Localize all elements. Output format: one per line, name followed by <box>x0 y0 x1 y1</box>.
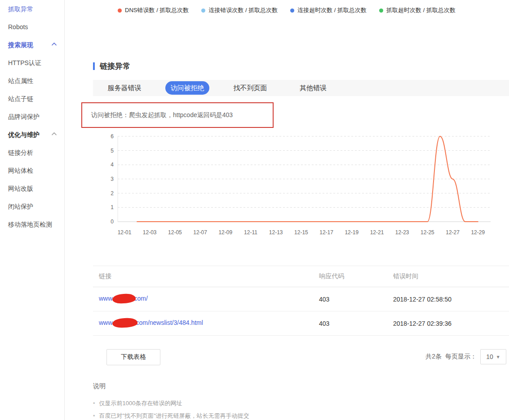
legend-item-dns-error[interactable]: DNS错误数 / 抓取总次数 <box>118 6 189 14</box>
note-item: 百度已对"找不到页面"进行死链屏蔽，站长无需再手动提交 <box>93 412 249 420</box>
y-axis-label: 5 <box>111 148 114 154</box>
tab-access-denied[interactable]: 访问被拒绝 <box>165 81 209 95</box>
sidebar-item-brand-protection[interactable]: 品牌词保护 <box>0 108 64 126</box>
sidebar-group-label: 优化与维护 <box>8 131 40 138</box>
legend-item-crawl-timeout[interactable]: 抓取超时次数 / 抓取总次数 <box>379 6 456 14</box>
table-row: www.com/newslist/3/484.html 403 2018-12-… <box>93 311 509 336</box>
x-axis-label: 12-19 <box>345 229 359 236</box>
page: 抓取异常 Robots 搜索展现 HTTPS认证 站点属性 站点子链 品牌词保护… <box>0 0 509 420</box>
accent-bar <box>93 62 95 70</box>
chevron-up-icon[interactable] <box>51 132 57 136</box>
y-axis-label: 1 <box>111 204 114 210</box>
annotation-box: 访问被拒绝：爬虫发起抓取，httpcode返回码是403 <box>81 102 274 128</box>
error-table: 链接 响应代码 错误时间 www.com/ 403 2018-12-27 02:… <box>93 266 509 336</box>
x-axis-label: 12-13 <box>269 229 283 236</box>
tab-page-not-found[interactable]: 找不到页面 <box>219 84 282 92</box>
legend-label: 抓取超时次数 / 抓取总次数 <box>386 6 456 14</box>
main-content: DNS错误数 / 抓取总次数 连接错误次数 / 抓取总次数 连接超时次数 / 抓… <box>64 0 509 420</box>
url-text: com/newslist/3/484.html <box>136 319 203 326</box>
legend-item-connect-timeout[interactable]: 连接超时次数 / 抓取总次数 <box>290 6 367 14</box>
sidebar-item-site-revision[interactable]: 网站改版 <box>0 179 64 197</box>
x-axis-label: 12-25 <box>420 229 434 236</box>
sidebar-item-https[interactable]: HTTPS认证 <box>0 54 64 72</box>
legend-label: DNS错误数 / 抓取总次数 <box>125 6 189 14</box>
x-axis-label: 12-05 <box>168 229 182 236</box>
legend-dot-icon <box>379 9 383 13</box>
page-size-select[interactable]: 10 ▼ <box>480 349 506 364</box>
chart-legend: DNS错误数 / 抓取总次数 连接错误次数 / 抓取总次数 连接超时次数 / 抓… <box>64 6 509 14</box>
column-header-error-time: 错误时间 <box>393 272 509 280</box>
legend-dot-icon <box>201 9 205 13</box>
sidebar-item-label: 品牌词保护 <box>8 113 40 120</box>
sidebar-group-optimize-maintain[interactable]: 优化与维护 <box>0 126 64 144</box>
legend-dot-icon <box>118 9 122 13</box>
response-code: 403 <box>319 320 393 327</box>
page-title: 链接异常 <box>100 61 130 71</box>
error-time: 2018-12-27 02:39:36 <box>393 320 509 327</box>
url-text: www. <box>99 319 114 326</box>
sidebar-item-crawl-exception[interactable]: 抓取异常 <box>0 0 64 18</box>
series-line <box>137 136 478 222</box>
pagination: 共2条 每页显示： 10 ▼ <box>425 349 506 364</box>
legend-item-connect-error[interactable]: 连接错误次数 / 抓取总次数 <box>201 6 278 14</box>
error-url-link[interactable]: www.com/newslist/3/484.html <box>99 319 203 326</box>
url-text: www. <box>99 295 114 302</box>
redaction-scribble <box>112 318 138 328</box>
note-item: 仅显示前1000条存在错误的网址 <box>93 399 182 407</box>
sidebar: 抓取异常 Robots 搜索展现 HTTPS认证 站点属性 站点子链 品牌词保护… <box>0 0 65 420</box>
x-axis-label: 12-15 <box>294 229 308 236</box>
y-axis-label: 2 <box>111 190 114 197</box>
sidebar-item-site-checkup[interactable]: 网站体检 <box>0 162 64 179</box>
sidebar-group-label: 搜索展现 <box>8 41 33 48</box>
x-axis-label: 12-07 <box>193 229 207 236</box>
sidebar-item-label: 抓取异常 <box>8 5 33 13</box>
column-header-link: 链接 <box>93 272 319 280</box>
notes-title: 说明 <box>93 382 106 390</box>
table-header-row: 链接 响应代码 错误时间 <box>93 266 509 287</box>
sidebar-item-label: HTTPS认证 <box>8 59 41 66</box>
response-code: 403 <box>319 296 393 303</box>
x-axis-label: 12-11 <box>244 229 257 236</box>
sidebar-item-label: 网站体检 <box>8 167 33 174</box>
annotation-text: 访问被拒绝：爬虫发起抓取，httpcode返回码是403 <box>82 111 233 119</box>
y-axis-label: 4 <box>111 162 114 168</box>
section-title: 链接异常 <box>93 61 130 71</box>
tab-other-error[interactable]: 其他错误 <box>282 84 345 92</box>
chevron-down-icon: ▼ <box>496 354 500 359</box>
x-axis-label: 12-27 <box>446 229 460 236</box>
redaction-scribble <box>112 293 136 304</box>
y-axis-label: 6 <box>111 133 114 140</box>
tab-server-error[interactable]: 服务器错误 <box>93 84 156 92</box>
chevron-up-icon[interactable] <box>51 42 57 46</box>
x-axis-label: 12-09 <box>218 229 232 236</box>
sidebar-item-label: 移动落地页检测 <box>8 221 52 228</box>
trend-chart-svg: 012345612-0112-0312-0512-0712-0912-1112-… <box>104 130 500 242</box>
sidebar-item-label: 链接分析 <box>8 149 33 156</box>
legend-label: 连接超时次数 / 抓取总次数 <box>297 6 367 14</box>
x-axis-label: 12-01 <box>118 229 132 236</box>
sidebar-item-site-closure[interactable]: 闭站保护 <box>0 197 64 215</box>
sidebar-item-label: 闭站保护 <box>8 203 33 210</box>
error-type-tabs: 服务器错误 访问被拒绝 找不到页面 其他错误 <box>93 80 509 96</box>
sidebar-group-search-display[interactable]: 搜索展现 <box>0 36 64 54</box>
download-table-button[interactable]: 下载表格 <box>106 349 160 365</box>
x-axis-label: 12-23 <box>395 229 409 236</box>
x-axis-label: 12-29 <box>471 229 485 236</box>
total-count-label: 共2条 <box>425 353 442 361</box>
per-page-label: 每页显示： <box>445 353 477 361</box>
trend-chart: 012345612-0112-0312-0512-0712-0912-1112-… <box>104 130 500 242</box>
sidebar-item-robots[interactable]: Robots <box>0 18 64 36</box>
sidebar-item-site-property[interactable]: 站点属性 <box>0 72 64 90</box>
sidebar-item-site-sublink[interactable]: 站点子链 <box>0 90 64 108</box>
x-axis-label: 12-21 <box>370 229 384 236</box>
page-size-value: 10 <box>486 353 493 360</box>
column-header-response-code: 响应代码 <box>319 272 393 280</box>
sidebar-item-label: 站点属性 <box>8 77 33 84</box>
error-url-link[interactable]: www.com/ <box>99 295 148 302</box>
sidebar-item-mobile-landing-check[interactable]: 移动落地页检测 <box>0 215 64 233</box>
sidebar-item-link-analysis[interactable]: 链接分析 <box>0 144 64 162</box>
sidebar-item-label: 网站改版 <box>8 185 33 192</box>
y-axis-label: 0 <box>111 219 114 225</box>
x-axis-label: 12-17 <box>319 229 333 236</box>
error-time: 2018-12-27 02:58:50 <box>393 296 509 303</box>
